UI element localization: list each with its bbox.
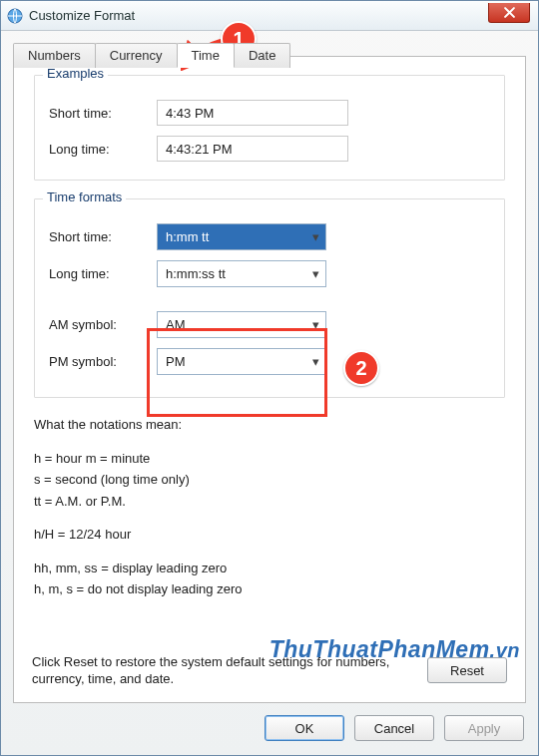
notations-block: What the notations mean: h = hour m = mi… [34,416,505,598]
examples-group: Examples Short time: 4:43 PM Long time: … [34,75,505,181]
tab-currency[interactable]: Currency [95,43,178,68]
cancel-button[interactable]: Cancel [354,715,434,741]
titlebar: Customize Format [1,1,538,31]
customize-format-dialog: Customize Format Numbers Currency Time D… [0,0,539,756]
short-time-example-label: Short time: [49,106,157,121]
notation-line: h/H = 12/24 hour [34,526,505,544]
pm-symbol-label: PM symbol: [49,354,157,369]
short-time-format-combo[interactable]: h:mm tt ▾ [157,223,326,250]
globe-icon [7,8,23,24]
window-title: Customize Format [29,8,135,23]
annotation-highlight-box [147,328,327,417]
long-time-format-label: Long time: [49,266,157,281]
am-symbol-label: AM symbol: [49,317,157,332]
long-time-format-combo[interactable]: h:mm:ss tt ▾ [157,260,326,287]
examples-legend: Examples [43,66,108,81]
long-time-example-value: 4:43:21 PM [157,136,348,162]
time-formats-legend: Time formats [43,189,126,204]
annotation-callout-2: 2 [343,350,379,386]
notation-line: h = hour m = minute [34,450,505,468]
notation-line: tt = A.M. or P.M. [34,493,505,511]
notation-line: h, m, s = do not display leading zero [34,580,505,598]
reset-description: Click Reset to restore the system defaul… [32,653,413,688]
long-time-example-label: Long time: [49,142,157,157]
tab-date[interactable]: Date [234,43,290,68]
tab-numbers[interactable]: Numbers [13,43,96,68]
tab-strip: Numbers Currency Time Date [13,43,538,68]
long-time-format-value: h:mm:ss tt [166,266,226,281]
reset-row: Click Reset to restore the system defaul… [32,653,507,688]
close-icon [504,7,515,18]
notations-heading: What the notations mean: [34,416,505,434]
dialog-button-bar: OK Cancel Apply [265,715,524,741]
notation-line: hh, mm, ss = display leading zero [34,560,505,577]
reset-button[interactable]: Reset [427,657,507,683]
chevron-down-icon: ▾ [312,229,319,244]
apply-button[interactable]: Apply [444,715,524,741]
notation-line: s = second (long time only) [34,471,505,489]
short-time-example-value: 4:43 PM [157,100,348,126]
short-time-format-value: h:mm tt [166,229,209,244]
chevron-down-icon: ▾ [312,266,319,281]
ok-button[interactable]: OK [265,715,344,741]
short-time-format-label: Short time: [49,229,157,244]
close-button[interactable] [488,3,530,23]
tab-time[interactable]: Time [177,43,235,68]
